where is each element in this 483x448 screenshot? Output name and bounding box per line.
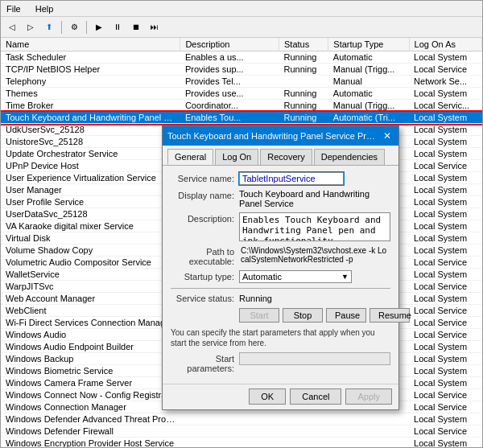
startup-value: Automatic [242, 272, 282, 282]
start-button[interactable]: Start [239, 308, 279, 323]
display-name-value: Touch Keyboard and Handwriting Panel Ser… [239, 189, 390, 208]
display-name-row: Display name: Touch Keyboard and Handwri… [171, 189, 390, 208]
pause-button[interactable]: Pause [326, 308, 366, 323]
start-params-row: Start parameters: [171, 352, 390, 373]
service-status-row: Service status: Running [171, 294, 390, 303]
main-window: File Help ◁ ▷ ⬆ ⚙ ▶ ⏸ ⏹ ⏭ Name Descripti… [0, 0, 483, 448]
description-row: Description: [171, 212, 390, 241]
description-label: Description: [171, 212, 239, 224]
ok-button[interactable]: OK [249, 388, 286, 405]
dialog-footer: OK Cancel Apply [163, 384, 398, 409]
apply-button[interactable]: Apply [345, 388, 392, 405]
service-status-label: Service status: [171, 294, 239, 303]
cancel-button[interactable]: Cancel [290, 388, 341, 405]
service-properties-dialog: Touch Keyboard and Handwriting Panel Ser… [162, 125, 399, 410]
description-textarea[interactable] [239, 212, 390, 241]
startup-label: Startup type: [171, 270, 239, 282]
service-name-input[interactable] [239, 172, 344, 185]
path-label: Path to executable: [171, 245, 239, 266]
dialog-tabs: General Log On Recovery Dependencies [163, 146, 398, 166]
dialog-body: Service name: Display name: Touch Keyboa… [163, 166, 398, 384]
path-value: C:\Windows\System32\svchost.exe -k Local… [239, 245, 390, 265]
tab-recovery[interactable]: Recovery [260, 149, 312, 165]
service-name-value-wrapper [239, 172, 390, 185]
tab-general[interactable]: General [167, 149, 213, 165]
stop-button[interactable]: Stop [283, 308, 323, 323]
dialog-close-button[interactable]: ✕ [381, 129, 394, 142]
service-status-value: Running [239, 294, 272, 303]
path-row: Path to executable: C:\Windows\System32\… [171, 245, 390, 266]
tab-logon[interactable]: Log On [215, 149, 258, 165]
divider-1 [171, 288, 390, 289]
note-text: You can specify the start parameters tha… [171, 327, 390, 348]
service-name-label: Service name: [171, 172, 239, 183]
display-name-label: Display name: [171, 189, 239, 200]
start-params-input[interactable] [239, 352, 390, 365]
tab-dependencies[interactable]: Dependencies [314, 149, 385, 165]
resume-button[interactable]: Resume [369, 308, 410, 323]
startup-row: Startup type: Automatic ▼ [171, 270, 390, 283]
action-buttons-row: Start Stop Pause Resume [171, 308, 390, 323]
dialog-titlebar: Touch Keyboard and Handwriting Panel Ser… [163, 126, 398, 146]
dialog-title: Touch Keyboard and Handwriting Panel Ser… [167, 131, 377, 141]
startup-dropdown[interactable]: Automatic ▼ [239, 270, 352, 283]
dialog-overlay: Touch Keyboard and Handwriting Panel Ser… [1, 1, 482, 447]
dropdown-arrow-icon: ▼ [341, 273, 349, 281]
start-params-label: Start parameters: [171, 352, 239, 373]
service-name-row: Service name: [171, 172, 390, 185]
